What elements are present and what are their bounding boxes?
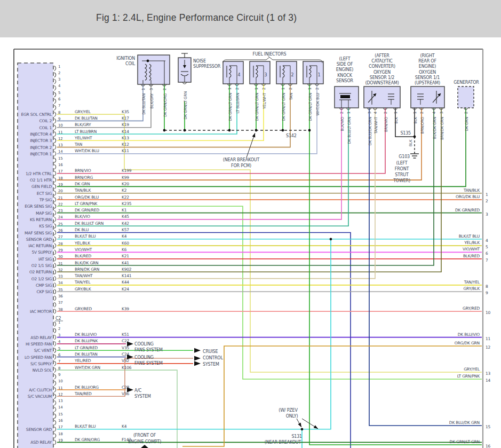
annotation: FANS SYSTEM bbox=[134, 361, 163, 366]
leader-arrowhead bbox=[314, 425, 318, 429]
wire-name: YEL/RED bbox=[74, 358, 91, 363]
pin-bracket bbox=[54, 276, 56, 281]
pin-bracket bbox=[54, 79, 56, 84]
pin-bracket bbox=[54, 73, 56, 77]
pin-bracket bbox=[54, 66, 56, 71]
component-wire-name: YEL/WHT bbox=[263, 92, 267, 109]
exit-number: 9 bbox=[486, 290, 488, 295]
wire-tan-red bbox=[57, 358, 193, 396]
component-wire-name: DK BLU/LT GRN bbox=[347, 117, 352, 144]
annotation: TOWER) bbox=[393, 178, 410, 183]
annotation: (NEAR BREAKOUT bbox=[265, 440, 301, 445]
pin-number: 6 bbox=[58, 97, 61, 101]
pin-number: 33 bbox=[58, 274, 63, 279]
exit-number: 2 bbox=[486, 199, 488, 203]
generator-box bbox=[458, 87, 474, 108]
ignition-coil-label: IGNITION bbox=[116, 56, 135, 61]
exit-wire-label: GRY/BLK bbox=[464, 286, 481, 291]
circuit-code: K13 bbox=[122, 136, 129, 140]
wire-dk-blu-tan bbox=[57, 84, 143, 121]
exit-number: 6 bbox=[486, 251, 488, 256]
component-wire-name: DK GRN bbox=[465, 117, 469, 131]
wire-brn-org bbox=[57, 108, 422, 180]
wire-name: TAN/WHT bbox=[74, 273, 93, 278]
wire-name: DK BLU/PNK bbox=[75, 339, 98, 343]
pin-bracket bbox=[54, 191, 56, 195]
pin-number: 26 bbox=[58, 229, 63, 233]
pin-bracket bbox=[54, 427, 56, 431]
component-pin-number: 4 bbox=[432, 111, 436, 114]
component-wire-name: BLK bbox=[394, 116, 399, 123]
pin-bracket bbox=[54, 85, 56, 90]
component-pin-number: 3 bbox=[149, 88, 154, 90]
component-pin-number: 2 bbox=[235, 88, 240, 90]
annotation: COOLING bbox=[134, 355, 154, 360]
pin-number: 19 bbox=[58, 438, 63, 443]
exit-wire-label: DK BLU/DK GRN bbox=[449, 420, 480, 425]
pcm-signal-label: S/C VENT bbox=[34, 348, 52, 353]
pin-bracket bbox=[54, 151, 56, 156]
exit-number: 15 bbox=[486, 425, 491, 429]
pin-number: 18 bbox=[58, 432, 63, 436]
pin-bracket bbox=[54, 388, 56, 392]
component-pin-number: 1 bbox=[413, 112, 417, 114]
component-pin-number: 2 bbox=[464, 112, 468, 114]
component-pin-number: 1 bbox=[141, 88, 146, 90]
pin-bracket bbox=[54, 322, 56, 327]
exit-number: 7 bbox=[486, 258, 488, 263]
pin-bracket bbox=[54, 414, 56, 419]
circuit-code: K12 bbox=[122, 142, 129, 147]
pin-bracket bbox=[54, 230, 56, 235]
pcm-signal-label: LO SPEED FAN bbox=[25, 355, 52, 360]
component-wire-name: DK BLU/DK GRN bbox=[368, 117, 372, 145]
wire-name: BRN/DK GRN bbox=[75, 267, 99, 272]
wire-name: LT GRN/PNK bbox=[75, 201, 98, 206]
pin-bracket bbox=[54, 105, 56, 110]
component-wire-name: WHT/DK BLU bbox=[316, 93, 320, 116]
wire-name: TAN/BLK bbox=[74, 188, 91, 193]
pin-bracket bbox=[54, 217, 56, 222]
front-compt-ground-symbol bbox=[141, 445, 148, 448]
circuit-code: K199 bbox=[122, 168, 132, 173]
component-wire-name: DK GRN/LT GRN bbox=[228, 93, 233, 121]
pcm-signal-label: S/C VACUUM bbox=[28, 394, 52, 399]
wire-name: GRY/RED bbox=[75, 306, 92, 311]
circuit-code: K106 bbox=[122, 365, 132, 370]
pin-bracket bbox=[54, 204, 56, 209]
exit-wire-label: DK BLU/VIO bbox=[458, 332, 480, 337]
leader-arrowhead bbox=[252, 133, 256, 138]
wire-name: DK BLU/LT GRN bbox=[75, 221, 104, 226]
wire-name: YEL/WHT bbox=[74, 136, 92, 140]
pin-number: 34 bbox=[58, 281, 63, 285]
circuit-code: K42 bbox=[122, 221, 129, 226]
pcm-signal-label: IAT SIG bbox=[38, 257, 52, 262]
o2-sensor-1-2-downstream-label: SENSOR 1/2 bbox=[370, 75, 395, 80]
pin-number: 5 bbox=[58, 91, 60, 95]
pin-bracket bbox=[54, 210, 56, 215]
wire-name: TAN/RED bbox=[74, 391, 92, 396]
pcm-signal-label: KS RETURN bbox=[30, 217, 52, 222]
wire-name: DK BLU bbox=[75, 227, 89, 232]
exit-number: 11 bbox=[486, 336, 491, 341]
ignition-coil-label: COIL bbox=[125, 61, 136, 66]
pin-number: 15 bbox=[58, 412, 63, 416]
exit-number: 4 bbox=[486, 238, 488, 243]
annotation: (NEAR BREAKOUT bbox=[223, 158, 260, 162]
pin-number: 20 bbox=[58, 189, 63, 193]
pin-bracket bbox=[54, 112, 56, 117]
o2-sensor-1-1-upstream-label: REAR OF bbox=[418, 59, 436, 64]
wire-name: BLK/GRY bbox=[75, 122, 91, 127]
pin-bracket bbox=[54, 164, 56, 169]
cruise-arrow-3 bbox=[194, 361, 201, 366]
pin-bracket bbox=[54, 420, 56, 425]
circuit-code: K141 bbox=[122, 273, 132, 278]
pin-bracket bbox=[54, 158, 56, 163]
pin-bracket bbox=[54, 440, 56, 445]
pin-bracket bbox=[54, 302, 56, 307]
o2-sensor-1-2-downstream-label: CONVERTER) bbox=[369, 64, 395, 69]
pin-number: 23 bbox=[58, 209, 63, 213]
pin-number: 22 bbox=[58, 202, 63, 207]
pin-number: 17 bbox=[58, 169, 63, 174]
pin-number: 11 bbox=[58, 130, 63, 135]
circuit-code: K6 bbox=[122, 247, 127, 252]
